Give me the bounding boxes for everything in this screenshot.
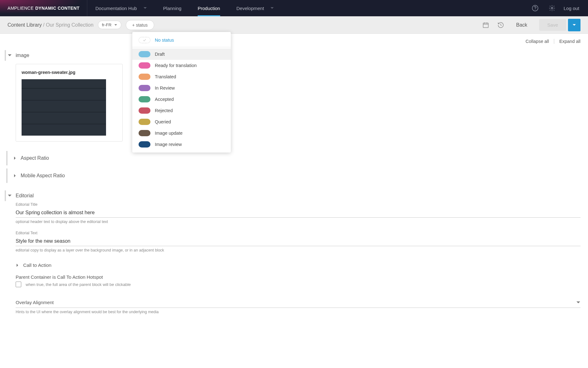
status-option-in-review[interactable]: In Review: [132, 82, 231, 94]
status-swatch: [139, 119, 150, 125]
collapse-controls: Collapse all Expand all: [8, 34, 580, 49]
locale-selector[interactable]: fr-FR: [98, 21, 121, 29]
overlay-alignment-group: Overlay Alignment Hints to the UI where …: [8, 300, 580, 314]
section-mobile-aspect-ratio[interactable]: Mobile Aspect Ratio: [6, 168, 580, 183]
status-option-accepted[interactable]: Accepted: [132, 94, 231, 105]
section-editorial-header[interactable]: Editorial: [8, 189, 580, 202]
nav-production[interactable]: Production: [190, 0, 228, 16]
status-option-translated[interactable]: Translated: [132, 71, 231, 82]
sub-header: Content Library / Our Spring Collection …: [0, 16, 588, 34]
editorial-title-input[interactable]: [16, 208, 580, 218]
editorial-text-input[interactable]: [16, 236, 580, 246]
chevron-down-icon: [270, 6, 274, 10]
editorial-text-group: Editorial Text editorial copy to display…: [8, 231, 580, 252]
editorial-title-help: optional header text to display above th…: [16, 220, 580, 224]
hotspot-checkbox-row: when true, the full area of the parent b…: [8, 282, 580, 287]
hotspot-title: Parent Container is Call To Action Hotsp…: [8, 271, 580, 282]
settings-icon[interactable]: [547, 3, 557, 13]
top-nav: AMPLIENCE DYNAMIC CONTENT Documentation …: [0, 0, 588, 16]
calendar-icon[interactable]: [480, 20, 491, 30]
chevron-down-icon: [8, 194, 12, 198]
hotspot-checkbox[interactable]: [16, 282, 21, 287]
svg-point-1: [535, 9, 535, 10]
expand-all-button[interactable]: Expand all: [559, 39, 580, 44]
save-dropdown[interactable]: [568, 19, 580, 31]
breadcrumb-current: Our Spring Collection: [46, 22, 94, 28]
status-swatch: [139, 74, 150, 80]
status-swatch: [139, 96, 150, 102]
status-option-image-update[interactable]: Image update: [132, 127, 231, 139]
back-button[interactable]: Back: [510, 20, 533, 30]
status-option-ready-translation[interactable]: Ready for translation: [132, 60, 231, 71]
status-swatch: [139, 141, 150, 148]
save-button: Save: [539, 19, 566, 31]
chevron-right-icon: [13, 174, 17, 178]
status-option-queried[interactable]: Queried: [132, 116, 231, 127]
editorial-text-help: editorial copy to display as a layer ove…: [16, 248, 580, 252]
no-status-icon: [139, 37, 150, 43]
nav-documentation[interactable]: Documentation Hub: [87, 0, 155, 16]
chevron-right-icon: [16, 263, 19, 267]
section-call-to-action[interactable]: Call to Action: [8, 259, 580, 271]
status-swatch: [139, 62, 150, 69]
section-aspect-ratio[interactable]: Aspect Ratio: [6, 151, 580, 165]
svg-rect-3: [483, 23, 489, 28]
status-swatch: [139, 85, 150, 91]
status-dropdown: No status Draft Ready for translation Tr…: [132, 32, 231, 153]
breadcrumb: Content Library / Our Spring Collection: [8, 22, 94, 28]
status-swatch: [139, 130, 150, 136]
status-swatch: [139, 107, 150, 114]
history-icon[interactable]: [495, 20, 506, 30]
content-area: Collapse all Expand all image woman-gree…: [0, 34, 588, 368]
image-thumbnail: [22, 79, 106, 136]
chevron-down-icon: [114, 23, 117, 27]
logout-link[interactable]: Log out: [564, 6, 579, 11]
chevron-right-icon: [13, 156, 17, 160]
svg-point-2: [551, 7, 553, 9]
brand-logo: AMPLIENCE DYNAMIC CONTENT: [0, 0, 87, 16]
add-status-button[interactable]: + status: [126, 20, 154, 30]
status-option-none[interactable]: No status: [132, 34, 231, 46]
status-option-image-review[interactable]: Image review: [132, 139, 231, 150]
status-option-draft[interactable]: Draft: [132, 49, 231, 60]
chevron-down-icon: [143, 6, 147, 10]
overlay-alignment-select[interactable]: [576, 300, 580, 305]
status-swatch: [139, 51, 150, 57]
image-section-body: woman-green-sweater.jpg: [8, 62, 580, 148]
nav-planning[interactable]: Planning: [155, 0, 190, 16]
image-card[interactable]: woman-green-sweater.jpg: [16, 64, 123, 142]
chevron-down-icon: [8, 53, 12, 58]
editorial-title-group: Editorial Title optional header text to …: [8, 202, 580, 224]
image-filename: woman-green-sweater.jpg: [22, 70, 117, 75]
section-image-header[interactable]: image: [8, 49, 580, 62]
editorial-text-label: Editorial Text: [16, 231, 580, 235]
editorial-title-label: Editorial Title: [16, 202, 580, 207]
status-option-rejected[interactable]: Rejected: [132, 105, 231, 116]
nav-development[interactable]: Development: [228, 0, 282, 16]
hotspot-desc: when true, the full area of the parent b…: [26, 282, 131, 287]
collapse-all-button[interactable]: Collapse all: [525, 39, 549, 44]
help-icon[interactable]: [530, 3, 540, 13]
overlay-alignment-help: Hints to the UI where the overlay alignm…: [16, 310, 580, 314]
breadcrumb-root[interactable]: Content Library: [8, 22, 42, 28]
overlay-alignment-label: Overlay Alignment: [16, 300, 54, 305]
